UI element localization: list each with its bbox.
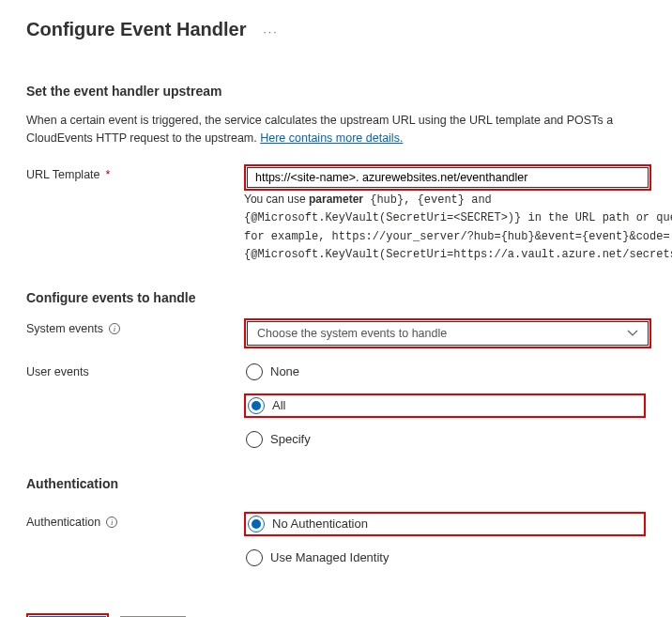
info-icon[interactable]: i [109,323,120,334]
details-link[interactable]: Here contains more details. [260,131,403,145]
page-title: Configure Event Handler [26,19,246,40]
url-template-input[interactable] [247,167,649,188]
user-events-option-specify[interactable]: Specify [246,431,311,448]
info-icon[interactable]: i [106,517,117,528]
chevron-down-icon [627,328,638,339]
system-events-dropdown[interactable]: Choose the system events to handle [247,321,649,346]
auth-label: Authentication i [26,512,244,529]
user-events-option-none[interactable]: None [246,363,299,380]
radio-icon [248,397,265,414]
intro-text: When a certain event is triggered, the s… [26,112,646,147]
section-events-title: Configure events to handle [26,290,646,305]
system-events-label: System events i [26,318,244,335]
section-auth-title: Authentication [26,476,646,491]
more-icon[interactable]: ··· [263,25,278,39]
section-upstream-title: Set the event handler upstream [26,84,646,99]
user-events-label: User events [26,362,244,378]
user-events-option-all[interactable]: All [248,397,285,414]
auth-radio-group: No Authentication Use Managed Identity [244,512,646,568]
user-events-radio-group: None All Specify [244,362,646,450]
radio-icon [246,363,263,380]
radio-icon [246,549,263,566]
radio-icon [248,516,265,532]
url-template-label: URL Template * [26,164,244,181]
auth-option-none[interactable]: No Authentication [248,516,368,532]
radio-icon [246,431,263,448]
url-template-hint: You can use parameter {hub}, {event} and… [244,191,672,264]
auth-option-managed-identity[interactable]: Use Managed Identity [246,549,389,566]
